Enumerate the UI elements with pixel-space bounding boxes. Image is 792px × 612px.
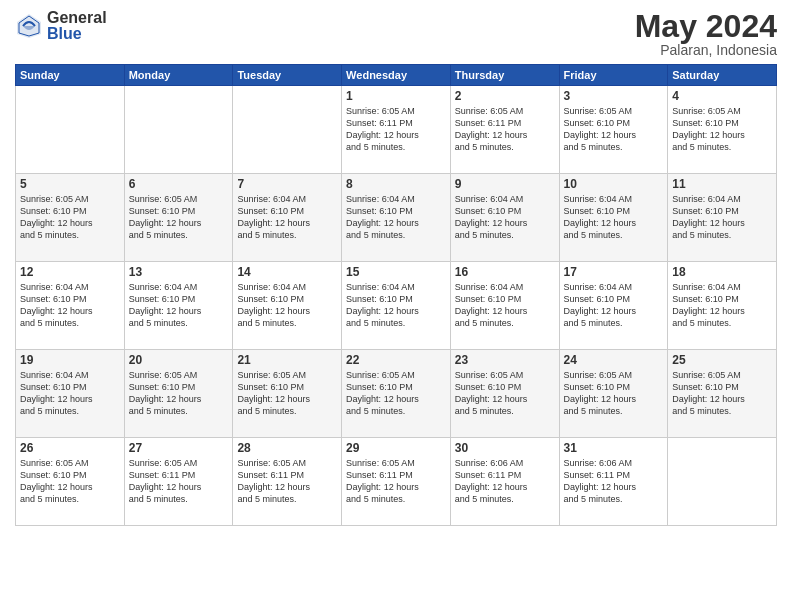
day-info: Sunrise: 6:04 AM Sunset: 6:10 PM Dayligh… <box>672 281 772 330</box>
day-number: 16 <box>455 265 555 279</box>
day-number: 13 <box>129 265 229 279</box>
day-info: Sunrise: 6:05 AM Sunset: 6:11 PM Dayligh… <box>455 105 555 154</box>
day-number: 11 <box>672 177 772 191</box>
logo-icon <box>15 12 43 40</box>
day-info: Sunrise: 6:04 AM Sunset: 6:10 PM Dayligh… <box>20 369 120 418</box>
day-info: Sunrise: 6:04 AM Sunset: 6:10 PM Dayligh… <box>564 193 664 242</box>
day-number: 22 <box>346 353 446 367</box>
day-cell: 14Sunrise: 6:04 AM Sunset: 6:10 PM Dayli… <box>233 262 342 350</box>
header-row: SundayMondayTuesdayWednesdayThursdayFrid… <box>16 65 777 86</box>
day-info: Sunrise: 6:05 AM Sunset: 6:10 PM Dayligh… <box>237 369 337 418</box>
page: General Blue May 2024 Palaran, Indonesia… <box>0 0 792 612</box>
day-cell <box>233 86 342 174</box>
day-info: Sunrise: 6:05 AM Sunset: 6:10 PM Dayligh… <box>20 457 120 506</box>
day-cell: 5Sunrise: 6:05 AM Sunset: 6:10 PM Daylig… <box>16 174 125 262</box>
day-number: 14 <box>237 265 337 279</box>
day-number: 1 <box>346 89 446 103</box>
day-cell: 22Sunrise: 6:05 AM Sunset: 6:10 PM Dayli… <box>342 350 451 438</box>
col-header-wednesday: Wednesday <box>342 65 451 86</box>
col-header-tuesday: Tuesday <box>233 65 342 86</box>
day-cell: 3Sunrise: 6:05 AM Sunset: 6:10 PM Daylig… <box>559 86 668 174</box>
day-number: 21 <box>237 353 337 367</box>
day-cell: 28Sunrise: 6:05 AM Sunset: 6:11 PM Dayli… <box>233 438 342 526</box>
day-info: Sunrise: 6:05 AM Sunset: 6:11 PM Dayligh… <box>346 105 446 154</box>
day-cell <box>16 86 125 174</box>
day-info: Sunrise: 6:04 AM Sunset: 6:10 PM Dayligh… <box>237 281 337 330</box>
week-row-4: 19Sunrise: 6:04 AM Sunset: 6:10 PM Dayli… <box>16 350 777 438</box>
col-header-sunday: Sunday <box>16 65 125 86</box>
col-header-friday: Friday <box>559 65 668 86</box>
day-cell: 31Sunrise: 6:06 AM Sunset: 6:11 PM Dayli… <box>559 438 668 526</box>
day-info: Sunrise: 6:05 AM Sunset: 6:11 PM Dayligh… <box>237 457 337 506</box>
title-block: May 2024 Palaran, Indonesia <box>635 10 777 58</box>
week-row-3: 12Sunrise: 6:04 AM Sunset: 6:10 PM Dayli… <box>16 262 777 350</box>
day-cell: 25Sunrise: 6:05 AM Sunset: 6:10 PM Dayli… <box>668 350 777 438</box>
day-number: 28 <box>237 441 337 455</box>
day-number: 10 <box>564 177 664 191</box>
day-cell: 11Sunrise: 6:04 AM Sunset: 6:10 PM Dayli… <box>668 174 777 262</box>
day-info: Sunrise: 6:04 AM Sunset: 6:10 PM Dayligh… <box>346 193 446 242</box>
day-cell: 12Sunrise: 6:04 AM Sunset: 6:10 PM Dayli… <box>16 262 125 350</box>
day-info: Sunrise: 6:04 AM Sunset: 6:10 PM Dayligh… <box>455 281 555 330</box>
calendar-table: SundayMondayTuesdayWednesdayThursdayFrid… <box>15 64 777 526</box>
day-info: Sunrise: 6:05 AM Sunset: 6:10 PM Dayligh… <box>672 105 772 154</box>
day-number: 4 <box>672 89 772 103</box>
day-cell: 8Sunrise: 6:04 AM Sunset: 6:10 PM Daylig… <box>342 174 451 262</box>
day-cell: 9Sunrise: 6:04 AM Sunset: 6:10 PM Daylig… <box>450 174 559 262</box>
day-info: Sunrise: 6:04 AM Sunset: 6:10 PM Dayligh… <box>346 281 446 330</box>
day-info: Sunrise: 6:05 AM Sunset: 6:10 PM Dayligh… <box>564 105 664 154</box>
day-number: 8 <box>346 177 446 191</box>
day-number: 9 <box>455 177 555 191</box>
day-info: Sunrise: 6:04 AM Sunset: 6:10 PM Dayligh… <box>237 193 337 242</box>
day-number: 12 <box>20 265 120 279</box>
day-info: Sunrise: 6:05 AM Sunset: 6:11 PM Dayligh… <box>129 457 229 506</box>
day-info: Sunrise: 6:06 AM Sunset: 6:11 PM Dayligh… <box>564 457 664 506</box>
day-info: Sunrise: 6:05 AM Sunset: 6:11 PM Dayligh… <box>346 457 446 506</box>
day-info: Sunrise: 6:05 AM Sunset: 6:10 PM Dayligh… <box>129 193 229 242</box>
day-cell: 15Sunrise: 6:04 AM Sunset: 6:10 PM Dayli… <box>342 262 451 350</box>
week-row-5: 26Sunrise: 6:05 AM Sunset: 6:10 PM Dayli… <box>16 438 777 526</box>
day-number: 31 <box>564 441 664 455</box>
logo-blue: Blue <box>47 26 107 42</box>
day-number: 29 <box>346 441 446 455</box>
day-cell: 30Sunrise: 6:06 AM Sunset: 6:11 PM Dayli… <box>450 438 559 526</box>
day-number: 6 <box>129 177 229 191</box>
day-info: Sunrise: 6:05 AM Sunset: 6:10 PM Dayligh… <box>564 369 664 418</box>
day-info: Sunrise: 6:05 AM Sunset: 6:10 PM Dayligh… <box>20 193 120 242</box>
header: General Blue May 2024 Palaran, Indonesia <box>15 10 777 58</box>
day-cell: 6Sunrise: 6:05 AM Sunset: 6:10 PM Daylig… <box>124 174 233 262</box>
day-number: 17 <box>564 265 664 279</box>
day-info: Sunrise: 6:05 AM Sunset: 6:10 PM Dayligh… <box>346 369 446 418</box>
week-row-1: 1Sunrise: 6:05 AM Sunset: 6:11 PM Daylig… <box>16 86 777 174</box>
day-number: 7 <box>237 177 337 191</box>
day-cell <box>124 86 233 174</box>
day-cell: 27Sunrise: 6:05 AM Sunset: 6:11 PM Dayli… <box>124 438 233 526</box>
day-number: 20 <box>129 353 229 367</box>
day-number: 24 <box>564 353 664 367</box>
week-row-2: 5Sunrise: 6:05 AM Sunset: 6:10 PM Daylig… <box>16 174 777 262</box>
logo: General Blue <box>15 10 107 42</box>
day-cell: 16Sunrise: 6:04 AM Sunset: 6:10 PM Dayli… <box>450 262 559 350</box>
day-cell: 20Sunrise: 6:05 AM Sunset: 6:10 PM Dayli… <box>124 350 233 438</box>
day-number: 26 <box>20 441 120 455</box>
day-cell: 29Sunrise: 6:05 AM Sunset: 6:11 PM Dayli… <box>342 438 451 526</box>
day-number: 2 <box>455 89 555 103</box>
day-cell: 21Sunrise: 6:05 AM Sunset: 6:10 PM Dayli… <box>233 350 342 438</box>
day-number: 19 <box>20 353 120 367</box>
day-info: Sunrise: 6:04 AM Sunset: 6:10 PM Dayligh… <box>455 193 555 242</box>
day-number: 18 <box>672 265 772 279</box>
col-header-monday: Monday <box>124 65 233 86</box>
logo-general: General <box>47 10 107 26</box>
day-cell: 23Sunrise: 6:05 AM Sunset: 6:10 PM Dayli… <box>450 350 559 438</box>
day-cell: 18Sunrise: 6:04 AM Sunset: 6:10 PM Dayli… <box>668 262 777 350</box>
day-info: Sunrise: 6:04 AM Sunset: 6:10 PM Dayligh… <box>672 193 772 242</box>
month-title: May 2024 <box>635 10 777 42</box>
day-cell <box>668 438 777 526</box>
day-number: 30 <box>455 441 555 455</box>
day-info: Sunrise: 6:05 AM Sunset: 6:10 PM Dayligh… <box>455 369 555 418</box>
day-number: 25 <box>672 353 772 367</box>
day-cell: 4Sunrise: 6:05 AM Sunset: 6:10 PM Daylig… <box>668 86 777 174</box>
day-number: 3 <box>564 89 664 103</box>
col-header-saturday: Saturday <box>668 65 777 86</box>
day-number: 5 <box>20 177 120 191</box>
